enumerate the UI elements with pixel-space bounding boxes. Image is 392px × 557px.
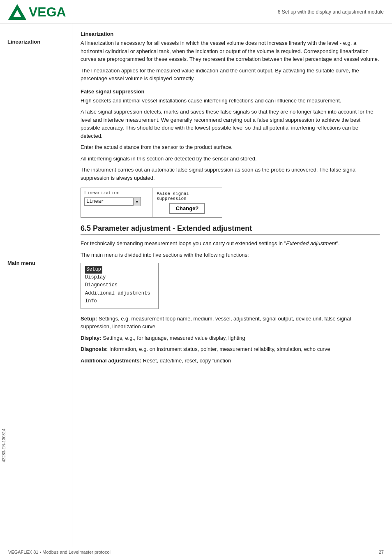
false-signal-p2: A false signal suppression detects, mark… bbox=[81, 108, 380, 140]
setup-label: Setup: bbox=[81, 316, 97, 322]
additional-label: Additional adjustments: bbox=[81, 357, 141, 364]
false-signal-p3: Enter the actual distance from the senso… bbox=[81, 143, 380, 151]
linearization-p1: A linearization is necessary for all ves… bbox=[81, 39, 380, 63]
menu-ui-box: Setup Display Diagnostics Additional adj… bbox=[81, 263, 159, 309]
linearization-p2: The linearization applies for the measur… bbox=[81, 67, 380, 83]
menu-item-setup[interactable]: Setup bbox=[85, 266, 102, 274]
diagnosis-description: Diagnosis: Information, e.g. on instrume… bbox=[81, 345, 380, 353]
menu-item-additional[interactable]: Additional adjustments bbox=[85, 290, 154, 297]
ui-false-signal-label: False signal suppression bbox=[157, 191, 218, 201]
false-signal-p4: All interfering signals in this section … bbox=[81, 155, 380, 163]
logo-container: VEGA bbox=[8, 4, 66, 20]
false-signal-p5: The instrument carries out an automatic … bbox=[81, 166, 380, 182]
diagnosis-text: Information, e.g. on instrument status, … bbox=[108, 346, 330, 352]
display-label: Display: bbox=[81, 335, 101, 341]
additional-text: Reset, date/time, reset, copy function bbox=[141, 357, 231, 364]
section-65-p1-pre: For technically demanding measurement lo… bbox=[81, 240, 286, 246]
menu-item-info[interactable]: Info bbox=[85, 297, 154, 305]
ui-linearization-label: Linearization bbox=[84, 190, 149, 195]
false-signal-ui-box: False signal suppression Change? bbox=[152, 188, 222, 218]
setup-description: Setup: Settings, e.g. measurement loop n… bbox=[81, 315, 380, 331]
dropdown-arrow-icon[interactable]: ▼ bbox=[134, 197, 141, 206]
ui-select-row: Linear ▼ bbox=[84, 197, 149, 206]
sidebar-main-menu-label: Main menu bbox=[7, 260, 66, 267]
linearization-title: Linearization bbox=[81, 31, 380, 37]
main-menu-intro: The main menu is divided into five secti… bbox=[81, 251, 380, 259]
linear-select-value[interactable]: Linear bbox=[84, 197, 134, 206]
additional-description: Additional adjustments: Reset, date/time… bbox=[81, 357, 380, 365]
display-description: Display: Settings, e.g., for language, m… bbox=[81, 334, 380, 342]
false-signal-title: False signal suppression bbox=[81, 88, 380, 95]
setup-text: Settings, e.g. measurement loop name, me… bbox=[81, 316, 351, 330]
section-65-number: 6.5 bbox=[81, 224, 91, 232]
logo-icon bbox=[8, 4, 26, 20]
sidebar: Linearization Main menu bbox=[0, 23, 72, 547]
content-area: Linearization Main menu Linearization A … bbox=[0, 23, 392, 547]
side-document-number: 42283-EN-130314 bbox=[2, 429, 6, 462]
footer-left: VEGAFLEX 81 • Modbus and Levelmaster pro… bbox=[8, 550, 111, 555]
header-chapter: 6 Set up with the display and adjustment… bbox=[278, 9, 384, 15]
menu-item-display[interactable]: Display bbox=[85, 274, 154, 281]
false-signal-p1: High sockets and internal vessel install… bbox=[81, 97, 380, 105]
section-65-title: Parameter adjustment - Extended adjustme… bbox=[93, 224, 252, 232]
section-65-p1-post: ". bbox=[336, 240, 339, 246]
linearization-ui-row: Linearization Linear ▼ False signal supp… bbox=[81, 188, 380, 218]
section-65-p1: For technically demanding measurement lo… bbox=[81, 239, 380, 248]
header: VEGA 6 Set up with the display and adjus… bbox=[0, 0, 392, 23]
display-text: Settings, e.g., for language, measured v… bbox=[101, 335, 245, 341]
change-button[interactable]: Change? bbox=[169, 203, 205, 214]
section-65-heading: 6.5 Parameter adjustment - Extended adju… bbox=[81, 224, 380, 235]
logo-text: VEGA bbox=[29, 5, 66, 20]
footer-right: 27 bbox=[379, 550, 384, 555]
linearization-ui-box: Linearization Linear ▼ bbox=[81, 188, 152, 218]
footer: VEGAFLEX 81 • Modbus and Levelmaster pro… bbox=[0, 547, 392, 557]
menu-item-diagnostics[interactable]: Diagnostics bbox=[85, 281, 154, 289]
page: VEGA 6 Set up with the display and adjus… bbox=[0, 0, 392, 557]
section-65-p1-italic: Extended adjustment bbox=[286, 240, 336, 246]
sidebar-linearization-label: Linearization bbox=[7, 38, 66, 46]
main-content: Linearization A linearization is necessa… bbox=[72, 23, 392, 547]
diagnosis-label: Diagnosis: bbox=[81, 346, 108, 352]
